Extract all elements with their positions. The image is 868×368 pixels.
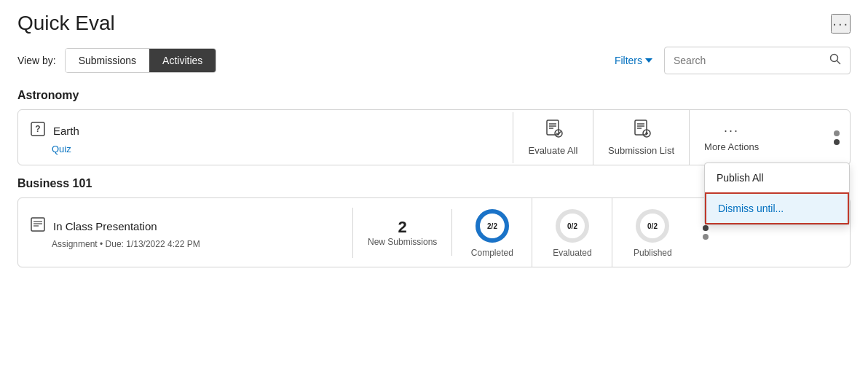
more-actions-dropdown: Publish All Dismiss until... — [704, 163, 850, 225]
published-donut: 0/2 — [634, 207, 671, 245]
new-submissions-label: New Submissions — [368, 237, 437, 247]
business-card-name: In Class Presentation — [53, 220, 157, 232]
completed-label: Completed — [471, 248, 513, 258]
astronomy-card-title-section: ? Earth Quiz — [18, 112, 513, 163]
business-card-title-section: In Class Presentation Assignment • Due: … — [18, 208, 353, 258]
svg-rect-4 — [547, 120, 559, 135]
astronomy-card-row: ? Earth Quiz — [18, 110, 850, 165]
page-container: Quick Eval ··· View by: Submissions Acti… — [0, 0, 868, 291]
astronomy-card: ? Earth Quiz — [17, 109, 851, 165]
svg-rect-9 — [635, 120, 647, 135]
evaluated-donut: 0/2 — [553, 207, 591, 245]
chevron-down-icon — [645, 58, 652, 63]
more-actions-icon: ··· — [724, 123, 739, 138]
assignment-icon — [30, 216, 46, 236]
filters-label: Filters — [615, 55, 642, 66]
toolbar: View by: Submissions Activities Filters — [17, 47, 851, 74]
svg-rect-16 — [31, 218, 44, 231]
submission-list-icon — [632, 119, 651, 142]
page-title: Quick Eval — [17, 12, 115, 35]
toggle-submissions[interactable]: Submissions — [66, 49, 149, 72]
search-box — [664, 47, 851, 74]
view-by-label: View by: — [17, 55, 56, 66]
toggle-activities[interactable]: Activities — [149, 49, 216, 72]
completed-donut: 2/2 — [473, 207, 511, 245]
search-icon — [829, 53, 841, 65]
business-card-subtitle: Assignment • Due: 1/13/2022 4:22 PM — [30, 239, 341, 249]
evaluated-label: Evaluated — [553, 248, 591, 258]
submission-list-label: Submission List — [608, 145, 674, 156]
evaluate-all-icon — [544, 119, 563, 142]
new-submissions-count: 2 — [398, 218, 407, 237]
search-button[interactable] — [821, 47, 850, 74]
astronomy-card-subtitle: Quiz — [30, 144, 501, 154]
published-donut-section: 0/2 Published — [612, 198, 693, 267]
evaluate-all-label: Evaluate All — [529, 145, 578, 156]
astronomy-card-dots[interactable] — [824, 122, 850, 154]
dot-top — [834, 130, 840, 136]
view-by-group: View by: Submissions Activities — [17, 48, 216, 73]
svg-text:?: ? — [35, 124, 40, 134]
completed-donut-section: 2/2 Completed — [452, 198, 532, 267]
toolbar-right: Filters — [615, 47, 851, 74]
svg-line-1 — [837, 61, 840, 64]
astronomy-card-actions: Evaluate All Submis — [513, 110, 824, 165]
astronomy-section-heading: Astronomy — [17, 89, 851, 102]
astronomy-card-name: Earth — [53, 125, 79, 137]
filters-button[interactable]: Filters — [615, 55, 652, 66]
search-input[interactable] — [665, 49, 821, 72]
more-actions-label: More Actions — [704, 141, 759, 152]
dropdown-publish-all[interactable]: Publish All — [705, 163, 849, 192]
new-submissions-stat: 2 New Submissions — [353, 209, 452, 256]
evaluate-all-button[interactable]: Evaluate All — [513, 110, 593, 165]
evaluated-donut-section: 0/2 Evaluated — [532, 198, 612, 267]
business-dot-top — [703, 225, 709, 231]
dropdown-dismiss-until[interactable]: Dismiss until... — [705, 192, 849, 224]
more-actions-button[interactable]: ··· More Actions — [690, 114, 773, 161]
business-dot-bottom — [703, 234, 709, 240]
view-toggle-group: Submissions Activities — [65, 48, 217, 73]
header: Quick Eval ··· — [17, 12, 851, 35]
svg-text:2/2: 2/2 — [487, 222, 497, 230]
svg-text:0/2: 0/2 — [647, 222, 658, 230]
business-card-title-row: In Class Presentation — [30, 216, 341, 236]
submission-list-button[interactable]: Submission List — [593, 110, 690, 165]
published-label: Published — [634, 248, 672, 258]
page-more-button[interactable]: ··· — [831, 14, 851, 34]
quiz-icon: ? — [30, 121, 46, 141]
dot-bottom — [834, 139, 840, 145]
astronomy-card-title-row: ? Earth — [30, 121, 501, 141]
svg-text:0/2: 0/2 — [567, 222, 577, 230]
